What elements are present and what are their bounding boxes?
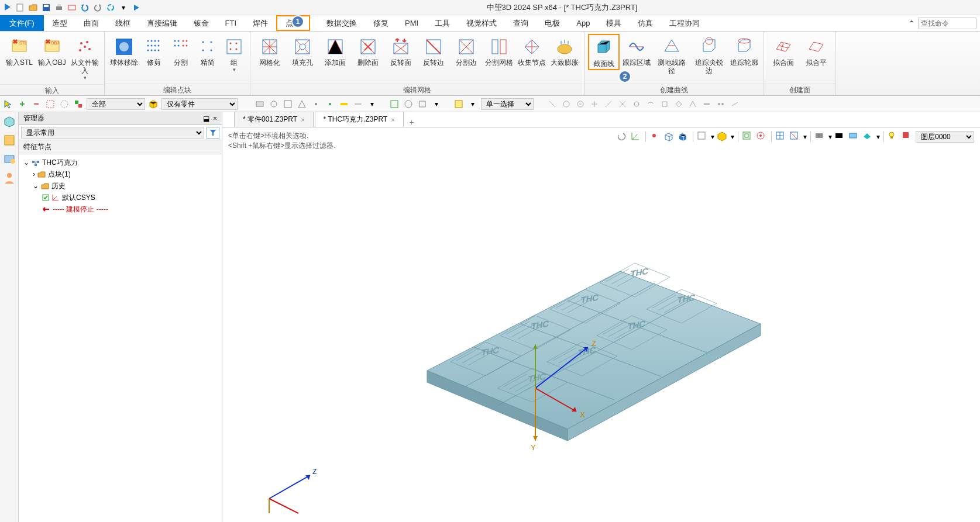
vt-undo-icon[interactable]	[616, 131, 628, 143]
tb-ico-4[interactable]	[296, 98, 308, 110]
menu-inquire[interactable]: 查询	[505, 15, 537, 31]
fillhole-button[interactable]: 填充孔	[287, 34, 318, 68]
sm-ico-12[interactable]	[701, 98, 713, 110]
vt-solidcube-icon[interactable]	[678, 131, 689, 143]
vt-target-icon[interactable]	[756, 131, 768, 143]
sm-ico-1[interactable]	[546, 98, 558, 110]
addface-button[interactable]: 添加面	[319, 34, 351, 68]
part-filter-combo[interactable]: 仅有零件	[161, 98, 238, 110]
plus-icon[interactable]: +	[16, 98, 28, 110]
menu-exchange[interactable]: 数据交换	[318, 15, 365, 31]
sm-ico-4[interactable]	[589, 98, 600, 110]
menu-weld[interactable]: 焊件	[245, 15, 276, 31]
undo-icon[interactable]	[80, 2, 90, 13]
cursor-icon[interactable]	[2, 98, 14, 110]
vt-axis-icon[interactable]	[630, 131, 642, 143]
import-stl-button[interactable]: STL输入STL	[4, 34, 35, 68]
lasso-sel-icon[interactable]	[59, 98, 70, 110]
layer-combo[interactable]: 图层0000	[916, 131, 974, 143]
tb-ico-3[interactable]	[282, 98, 294, 110]
menu-directedit[interactable]: 直接编辑	[139, 15, 185, 31]
overflow-icon[interactable]: ⌃	[909, 19, 914, 27]
close-icon[interactable]: ×	[213, 115, 217, 123]
simplify-button[interactable]: 精简	[195, 34, 221, 68]
menu-electrode[interactable]: 电极	[537, 15, 568, 31]
sm-ico-9[interactable]	[659, 98, 670, 110]
flipface-button[interactable]: 反转面	[385, 34, 417, 68]
layer-color-icon[interactable]	[902, 131, 913, 143]
geodesic-button[interactable]: 测地线路径	[654, 34, 690, 76]
sidetab-user[interactable]	[2, 171, 16, 185]
vt-teal-icon[interactable]	[862, 131, 874, 143]
print-icon[interactable]	[54, 2, 64, 13]
cube-icon[interactable]	[147, 98, 159, 110]
vt-grey-icon[interactable]	[814, 131, 826, 143]
splitmesh-button[interactable]: 分割网格	[483, 34, 515, 68]
trim-button[interactable]: 修剪	[141, 34, 167, 68]
sm-ico-14[interactable]	[729, 98, 741, 110]
menu-surface[interactable]: 曲面	[75, 15, 107, 31]
tb-ico-5[interactable]	[310, 98, 322, 110]
tb-ico-1[interactable]	[254, 98, 266, 110]
vt-cyan-icon[interactable]	[848, 131, 860, 143]
tree-history[interactable]: ⌄ 历史	[19, 180, 222, 192]
filter-combo[interactable]: 全部	[87, 98, 145, 110]
fitplane-button[interactable]: 拟合平	[800, 34, 832, 68]
menu-sheetmetal[interactable]: 钣金	[185, 15, 217, 31]
import-file-button[interactable]: 从文件输入▾	[69, 34, 101, 82]
sm-ico-2[interactable]	[561, 98, 572, 110]
fitface-button[interactable]: 拟合面	[768, 34, 799, 68]
tb-ico-14[interactable]	[453, 98, 465, 110]
new-icon[interactable]	[15, 2, 26, 13]
play-icon[interactable]	[131, 2, 142, 13]
sm-ico-6[interactable]	[617, 98, 628, 110]
vt-wirecube-icon[interactable]	[663, 131, 675, 143]
canvas[interactable]: THC THC THC THC THC THC THC THC	[222, 154, 980, 522]
filter-icon[interactable]	[207, 127, 219, 139]
menu-pmi[interactable]: PMI	[397, 15, 427, 31]
tb-ico-13[interactable]: ▾	[431, 98, 442, 110]
import-obj-button[interactable]: OBJ输入OBJ	[36, 34, 68, 68]
sm-ico-7[interactable]	[631, 98, 642, 110]
tab-part001[interactable]: * 零件001.Z3PRT×	[234, 112, 314, 127]
sm-ico-8[interactable]	[645, 98, 656, 110]
rect-sel-icon[interactable]	[44, 98, 56, 110]
trace-sharp-button[interactable]: 追踪尖锐边	[691, 34, 727, 76]
tree-blocks[interactable]: › 点块(1)	[19, 168, 222, 180]
section-line-button[interactable]: 截面线	[588, 34, 620, 70]
search-command-input[interactable]	[918, 18, 976, 29]
vt-black-icon[interactable]	[834, 131, 846, 143]
tb-ico-8[interactable]	[352, 98, 364, 110]
group-button[interactable]: 组▾	[222, 34, 246, 74]
preview-icon[interactable]	[67, 2, 77, 13]
app-icon[interactable]	[2, 2, 13, 13]
tb-ico-15[interactable]: ▾	[467, 98, 479, 110]
delface-button[interactable]: 删除面	[352, 34, 384, 68]
tree-stop[interactable]: ----- 建模停止 -----	[19, 203, 222, 215]
sidetab-layers[interactable]	[2, 133, 16, 147]
sm-ico-11[interactable]	[687, 98, 699, 110]
trace-contour-button[interactable]: 追踪轮廓	[728, 34, 760, 68]
menu-app[interactable]: App	[568, 15, 598, 31]
vt-dot-icon[interactable]	[649, 131, 661, 143]
menu-wireframe[interactable]: 线框	[107, 15, 139, 31]
pin-icon[interactable]: ⬓	[203, 115, 209, 123]
inflate-button[interactable]: 大致膨胀	[549, 34, 580, 68]
vt-box-icon[interactable]	[697, 131, 709, 143]
save-icon[interactable]	[41, 2, 51, 13]
collectnode-button[interactable]: 收集节点	[516, 34, 548, 68]
tree-csys[interactable]: 默认CSYS	[19, 192, 222, 203]
vt-yellow-icon[interactable]	[717, 131, 728, 143]
vt-grid-icon[interactable]	[775, 131, 787, 143]
sm-ico-10[interactable]	[673, 98, 685, 110]
meshify-button[interactable]: 网格化	[254, 34, 286, 68]
menu-mold[interactable]: 模具	[598, 15, 630, 31]
tab-close-icon[interactable]: ×	[301, 116, 304, 123]
tb-ico-7[interactable]	[338, 98, 350, 110]
display-mode-combo[interactable]: 显示常用	[21, 127, 204, 139]
sidetab-model[interactable]	[2, 115, 16, 129]
open-icon[interactable]	[28, 2, 39, 13]
vt-fit-icon[interactable]	[742, 131, 754, 143]
vt-section-icon[interactable]	[789, 131, 801, 143]
refresh-icon[interactable]	[105, 2, 116, 13]
